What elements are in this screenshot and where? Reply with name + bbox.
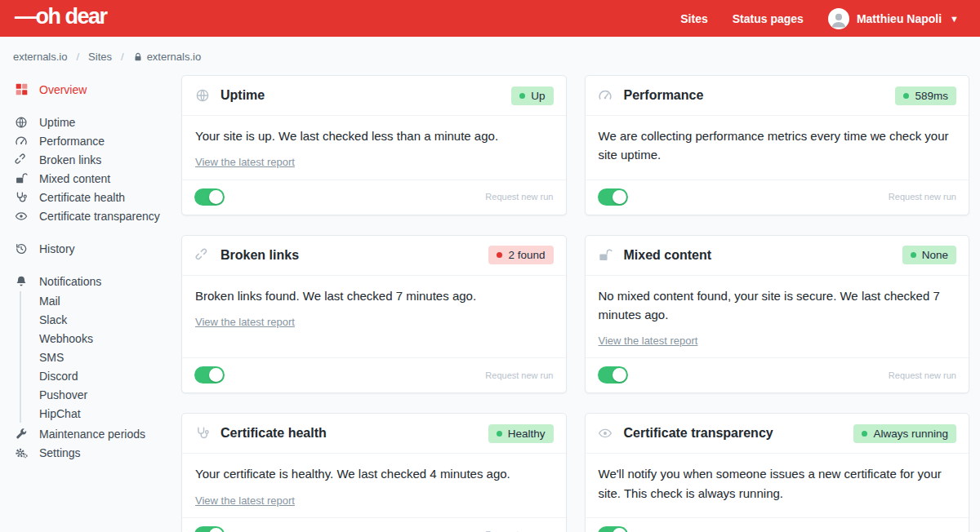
sidebar-item-mail[interactable]: Mail bbox=[39, 291, 180, 310]
nav-sites[interactable]: Sites bbox=[680, 12, 707, 25]
oh-dear-logo[interactable]: —oh dear bbox=[15, 6, 107, 31]
broken-link-icon bbox=[14, 153, 29, 167]
sidebar: Overview Uptime Performance bbox=[0, 75, 180, 462]
check-enabled-toggle[interactable] bbox=[194, 188, 225, 206]
bell-icon bbox=[14, 274, 29, 289]
check-enabled-toggle[interactable] bbox=[194, 526, 225, 532]
check-enabled-toggle[interactable] bbox=[598, 526, 628, 532]
status-badge: Up bbox=[511, 86, 553, 105]
sidebar-item-sms[interactable]: SMS bbox=[39, 348, 180, 366]
history-icon bbox=[14, 242, 29, 256]
sidebar-item-overview[interactable]: Overview bbox=[14, 80, 180, 99]
card-title: Performance bbox=[624, 88, 704, 103]
wrench-icon bbox=[14, 427, 29, 441]
sidebar-item-discord[interactable]: Discord bbox=[39, 366, 180, 385]
card-title: Mixed content bbox=[624, 248, 712, 263]
sidebar-item-notifications[interactable]: Notifications bbox=[14, 272, 180, 290]
status-badge: 2 found bbox=[488, 246, 553, 264]
main-content: Uptime Up Your site is up. We last check… bbox=[180, 75, 980, 532]
card-title: Certificate transparency bbox=[624, 426, 773, 441]
avatar bbox=[828, 8, 849, 29]
card-title: Certificate health bbox=[220, 426, 327, 441]
header-nav: Sites Status pages Matthieu Napoli ▼ bbox=[680, 8, 959, 29]
card-title: Uptime bbox=[220, 88, 265, 103]
chevron-down-icon: ▼ bbox=[950, 14, 959, 24]
status-dot bbox=[497, 431, 502, 437]
sidebar-item-certificate-health[interactable]: Certificate health bbox=[14, 188, 180, 206]
sidebar-item-slack[interactable]: Slack bbox=[39, 310, 180, 329]
view-latest-report-link[interactable]: View the latest report bbox=[599, 333, 698, 349]
broken-links-card: Broken links 2 found Broken links found.… bbox=[181, 235, 567, 394]
stethoscope-icon bbox=[194, 426, 210, 441]
gauge-icon bbox=[14, 134, 29, 149]
breadcrumb-site-url[interactable]: externals.io bbox=[133, 51, 201, 63]
sidebar-item-broken-links[interactable]: Broken links bbox=[14, 150, 180, 169]
notification-channels: Mail Slack Webhooks SMS Discord Pushover… bbox=[20, 291, 180, 423]
stethoscope-icon bbox=[14, 190, 29, 205]
breadcrumb-separator: / bbox=[76, 51, 79, 63]
card-message: We are collecting performance metrics ev… bbox=[599, 126, 956, 165]
breadcrumb: externals.io / Sites / externals.io bbox=[0, 37, 980, 75]
card-message: Your certificate is healthy. We last che… bbox=[195, 464, 553, 483]
lock-icon bbox=[133, 52, 143, 62]
unlock-icon bbox=[14, 171, 29, 186]
request-new-run-link[interactable]: Request new run bbox=[889, 192, 956, 202]
status-badge: 589ms bbox=[895, 86, 956, 105]
view-latest-report-link[interactable]: View the latest report bbox=[195, 314, 295, 330]
eye-icon bbox=[598, 426, 613, 441]
app-header: —oh dear Sites Status pages Matthieu Nap… bbox=[0, 0, 980, 37]
sidebar-item-certificate-transparency[interactable]: Certificate transparency bbox=[14, 206, 180, 225]
eye-icon bbox=[14, 209, 29, 224]
sidebar-item-webhooks[interactable]: Webhooks bbox=[39, 329, 180, 348]
request-new-run-link[interactable]: Request new run bbox=[889, 370, 956, 380]
status-dot bbox=[911, 252, 916, 258]
sidebar-item-maintenance-periods[interactable]: Maintenance periods bbox=[14, 424, 180, 443]
user-name: Matthieu Napoli bbox=[857, 12, 942, 25]
mixed-content-card: Mixed content None No mixed content foun… bbox=[585, 235, 970, 394]
gauge-icon bbox=[598, 88, 613, 104]
card-message: Your site is up. We last checked less th… bbox=[195, 126, 553, 145]
card-message: Broken links found. We last checked 7 mi… bbox=[195, 286, 553, 305]
user-menu[interactable]: Matthieu Napoli ▼ bbox=[828, 8, 959, 29]
certificate-health-card: Certificate health Healthy Your certific… bbox=[181, 413, 567, 532]
check-enabled-toggle[interactable] bbox=[598, 366, 628, 383]
status-badge: Always running bbox=[853, 424, 956, 443]
card-message: No mixed content found, your site is sec… bbox=[599, 286, 956, 325]
check-enabled-toggle[interactable] bbox=[598, 188, 628, 206]
sidebar-item-hipchat[interactable]: HipChat bbox=[39, 404, 180, 423]
sidebar-item-settings[interactable]: Settings bbox=[14, 443, 180, 462]
status-dot bbox=[903, 93, 909, 99]
certificate-transparency-card: Certificate transparency Always running … bbox=[585, 413, 970, 532]
status-dot bbox=[519, 93, 525, 99]
breadcrumb-sites[interactable]: Sites bbox=[88, 51, 112, 63]
card-message: We'll notify you when someone issues a n… bbox=[599, 464, 956, 503]
status-badge: None bbox=[902, 246, 956, 264]
broken-link-icon bbox=[194, 247, 210, 263]
nav-status-pages[interactable]: Status pages bbox=[733, 12, 804, 25]
check-enabled-toggle[interactable] bbox=[194, 366, 225, 383]
unlock-icon bbox=[598, 247, 613, 263]
performance-card: Performance 589ms We are collecting perf… bbox=[585, 75, 970, 215]
grid-icon bbox=[14, 82, 29, 97]
status-dot bbox=[862, 431, 867, 437]
request-new-run-link[interactable]: Request new run bbox=[485, 370, 553, 380]
gear-icon bbox=[14, 446, 29, 460]
view-latest-report-link[interactable]: View the latest report bbox=[195, 493, 295, 509]
sidebar-item-mixed-content[interactable]: Mixed content bbox=[14, 169, 180, 188]
sidebar-item-history[interactable]: History bbox=[14, 239, 180, 258]
breadcrumb-separator: / bbox=[121, 51, 124, 63]
uptime-card: Uptime Up Your site is up. We last check… bbox=[181, 75, 567, 215]
status-dot bbox=[497, 252, 502, 258]
sidebar-item-uptime[interactable]: Uptime bbox=[14, 113, 180, 131]
view-latest-report-link[interactable]: View the latest report bbox=[195, 154, 295, 171]
status-badge: Healthy bbox=[488, 424, 554, 443]
sidebar-item-pushover[interactable]: Pushover bbox=[39, 385, 180, 404]
globe-icon bbox=[14, 115, 29, 130]
request-new-run-link[interactable]: Request new run bbox=[485, 192, 553, 202]
sidebar-item-performance[interactable]: Performance bbox=[14, 131, 180, 150]
card-title: Broken links bbox=[220, 248, 299, 263]
globe-icon bbox=[194, 88, 210, 104]
breadcrumb-site[interactable]: externals.io bbox=[13, 51, 67, 63]
